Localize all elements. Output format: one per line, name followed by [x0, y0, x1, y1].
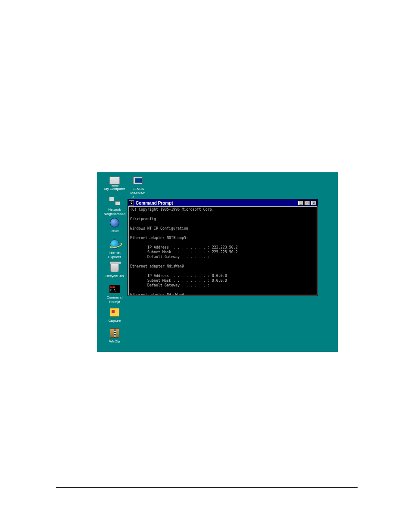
cmd-app-icon — [129, 200, 134, 205]
inbox-icon — [109, 217, 120, 228]
window-title: Command Prompt — [136, 201, 298, 205]
desktop-icon-label: ILENCS MINIMAC — [126, 187, 149, 196]
close-button[interactable]: × — [311, 200, 317, 205]
desktop-icon-command-prompt[interactable]: Command Prompt — [103, 283, 126, 304]
desktop[interactable]: My ComputerILENCS MINIMACNetwork Neighbo… — [97, 172, 338, 352]
command-prompt-icon — [109, 283, 120, 295]
horizontal-rule — [56, 487, 358, 488]
minimize-button[interactable]: _ — [298, 200, 304, 205]
desktop-icon-label: My Computer — [103, 187, 126, 191]
desktop-icon-capture[interactable]: Capture — [103, 307, 126, 323]
desktop-icon-label: Command Prompt — [103, 296, 126, 304]
desktop-icon-network-neighborhood[interactable]: Network Neighborhood — [103, 196, 126, 216]
titlebar[interactable]: Command Prompt _ □ × — [128, 199, 318, 206]
my-computer-icon — [109, 175, 120, 186]
recycle-bin-icon — [109, 262, 120, 273]
desktop-icon-label: Capture — [103, 319, 126, 323]
desktop-icon-my-computer[interactable]: My Computer — [103, 175, 126, 191]
ilencs-minimac-icon — [132, 175, 143, 186]
desktop-icon-label: Recycle Bin — [103, 274, 126, 278]
winzip-icon — [109, 327, 120, 339]
console-output[interactable]: (C) Copyright 1985-1996 Microsoft Corp. … — [128, 207, 317, 295]
desktop-icon-internet-explorer[interactable]: Internet Explorer — [103, 239, 126, 259]
internet-explorer-icon — [109, 239, 120, 250]
desktop-icon-ilencs-minimac[interactable]: ILENCS MINIMAC — [126, 175, 149, 196]
capture-icon — [109, 307, 120, 318]
desktop-icon-label: Internet Explorer — [103, 251, 126, 259]
desktop-icon-inbox[interactable]: Inbox — [103, 217, 126, 233]
network-neighborhood-icon — [109, 196, 120, 207]
command-prompt-window[interactable]: Command Prompt _ □ × (C) Copyright 1985-… — [128, 199, 318, 296]
desktop-icon-label: WinZip — [103, 339, 126, 344]
desktop-icon-winzip[interactable]: WinZip — [103, 327, 126, 344]
maximize-button[interactable]: □ — [304, 200, 310, 205]
desktop-icon-recycle-bin[interactable]: Recycle Bin — [103, 262, 126, 278]
desktop-icon-label: Network Neighborhood — [103, 208, 126, 216]
desktop-icon-label: Inbox — [103, 229, 126, 233]
